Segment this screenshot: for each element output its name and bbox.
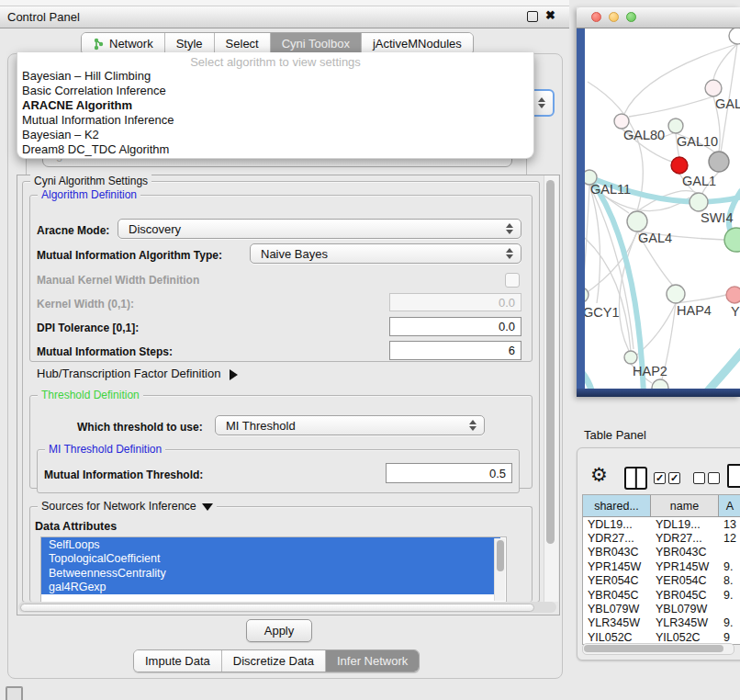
attribute-item[interactable]: SelfLoops [41,537,500,552]
network-node[interactable] [627,211,647,231]
network-edge-highlighted[interactable] [585,367,592,389]
close-icon[interactable]: ✖ [545,8,555,22]
settings-horizontal-scrollbar-thumb[interactable] [20,604,534,612]
table-row[interactable]: YER054CYER054C8. [583,574,740,588]
mi-algorithm-type-combo[interactable]: Naive Bayes [250,243,521,264]
minimize-traffic-light[interactable] [609,12,619,22]
settings-vertical-scrollbar-thumb[interactable] [546,180,555,544]
network-canvas[interactable]: GALGAL80GAL10GAL1GAL11SWI4GAL4GCY1HAP4YH… [585,28,740,389]
network-node[interactable] [668,119,683,133]
table-horizontal-scrollbar-thumb[interactable] [584,645,723,652]
algorithm-option[interactable]: Mutual Information Inference [17,112,533,127]
table-cell: YER054C [583,574,651,587]
mi-steps-field[interactable]: 6 [389,341,521,360]
mi-threshold-field[interactable]: 0.5 [386,463,512,483]
network-node-label: GAL10 [677,134,718,149]
close-traffic-light[interactable] [591,12,601,22]
kernel-width-field[interactable]: 0.0 [389,293,521,311]
table-row[interactable]: YBR045CYBR045C9. [583,588,740,602]
network-node[interactable] [652,379,668,389]
attributes-scrollbar-thumb[interactable] [497,540,504,571]
table-row[interactable]: YPR145WYPR145W9. [583,559,740,573]
which-threshold-combo[interactable]: MI Threshold [215,415,485,435]
network-node[interactable] [729,28,740,44]
attribute-item[interactable]: TopologicalCoefficient [41,552,500,567]
tab-label: Infer Network [337,654,408,668]
float-window-icon[interactable] [527,11,538,22]
network-node[interactable] [724,228,740,252]
column-header-partial[interactable]: A [719,495,740,516]
network-node-label: GCY1 [585,305,620,320]
hub-definition-toggle[interactable]: Hub/Transcription Factor Definition [37,367,238,380]
screen: Control Panel ✖ Network Style Select Cyn… [0,0,740,700]
panel-grip-icon[interactable] [6,686,23,700]
network-edge-highlighted[interactable] [704,351,740,389]
dpi-tolerance-field[interactable]: 0.0 [389,317,521,336]
aracne-mode-value: Discovery [129,222,181,236]
algorithm-option[interactable]: Basic Correlation Inference [17,83,533,97]
network-node-label: GAL1 [682,174,716,188]
table-cell: YDR27... [583,532,651,545]
network-node-label: GAL4 [638,231,672,245]
table-row[interactable]: YDR27...YDR27...12 [583,531,740,545]
network-edge[interactable] [713,44,737,80]
dpi-tolerance-label: DPI Tolerance [0,1]: [37,322,139,334]
network-window-titlebar[interactable] [577,7,740,28]
column-header-name[interactable]: name [651,495,719,516]
table-row[interactable]: YLR345WYLR345W9. [583,616,740,630]
manual-kernel-checkbox[interactable] [505,273,520,288]
document-icon[interactable] [727,464,740,488]
attributes-scrollbar[interactable] [494,538,505,601]
tab-select[interactable]: Select [214,33,270,54]
network-node[interactable] [624,351,637,364]
split-panel-icon[interactable] [624,467,647,490]
gear-icon[interactable]: ⚙ [590,464,608,486]
tab-discretize-data[interactable]: Discretize Data [221,650,325,672]
table-row[interactable]: YBR043CYBR043C [583,546,740,559]
network-node[interactable] [671,157,688,174]
network-node[interactable] [705,80,722,96]
checkbox-checked-icon[interactable]: ✓ [668,472,680,484]
tab-infer-network[interactable]: Infer Network [325,650,419,672]
network-edge[interactable] [629,96,713,117]
combo-spinner-icon [506,223,513,234]
attribute-item[interactable]: BetweennessCentrality [41,566,500,581]
network-node[interactable] [726,287,740,303]
attribute-item[interactable]: gal4RGexp [41,581,500,595]
network-node[interactable] [585,288,589,302]
algorithm-option[interactable]: ARACNE Algorithm [17,97,533,112]
tab-impute-data[interactable]: Impute Data [134,650,221,672]
network-node[interactable] [614,114,629,129]
table-row[interactable]: YBL079WYBL079W [583,602,740,615]
column-header-shared-name[interactable]: shared... [583,495,651,516]
mi-threshold-legend: MI Threshold Definition [45,443,165,456]
tab-network[interactable]: Network [82,33,164,54]
algorithm-option[interactable]: Dream8 DC_TDC Algorithm [17,141,533,156]
algorithm-option[interactable]: Bayesian – K2 [17,127,533,141]
tab-style[interactable]: Style [164,33,214,54]
table-header-row: shared... name A [583,495,740,517]
network-node[interactable] [709,152,729,172]
table-row[interactable]: YDL19...YDL19...13 [583,517,740,531]
data-attributes-list[interactable]: SelfLoopsTopologicalCoefficientBetweenne… [40,536,507,603]
network-edge[interactable] [585,185,589,288]
node-table[interactable]: shared... name A YDL19...YDL19...13YDR27… [582,494,740,645]
algorithm-option[interactable]: Bayesian – Hill Climbing [17,68,533,83]
network-node[interactable] [667,285,685,303]
checkbox-unchecked-icon[interactable] [708,472,720,484]
network-graph[interactable]: GALGAL80GAL10GAL1GAL11SWI4GAL4GCY1HAP4YH… [585,28,740,389]
tab-jactivemnodules[interactable]: jActiveMNodules [361,33,473,54]
network-node[interactable] [690,193,708,211]
sources-legend[interactable]: Sources for Network Inference [38,500,217,513]
table-cell: 13 [719,518,740,531]
checkbox-checked-icon[interactable]: ✓ [654,472,666,484]
table-cell: 8. [719,574,740,587]
tab-cyni-toolbox[interactable]: Cyni Toolbox [270,33,361,54]
zoom-traffic-light[interactable] [626,12,636,22]
checkbox-unchecked-icon[interactable] [693,472,705,484]
hub-definition-label: Hub/Transcription Factor Definition [37,367,220,380]
apply-button[interactable]: Apply [246,619,312,642]
table-cell: YPR145W [651,560,719,573]
tab-label: Style [176,37,203,51]
aracne-mode-combo[interactable]: Discovery [118,219,521,239]
